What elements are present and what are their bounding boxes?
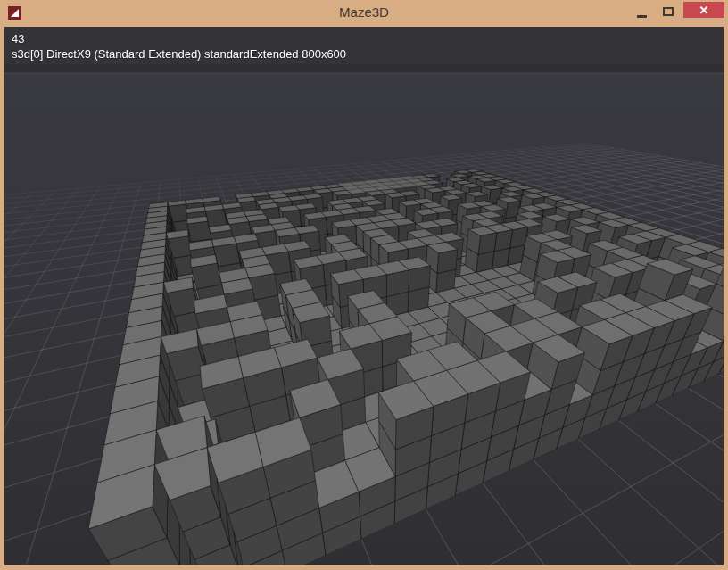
window-title: Maze3D (0, 4, 728, 20)
maximize-button[interactable] (653, 0, 683, 23)
debug-overlay: 43 s3d[0] DirectX9 (Standard Extended) s… (12, 31, 346, 62)
frame-counter: 43 (12, 31, 346, 46)
render-viewport[interactable]: 43 s3d[0] DirectX9 (Standard Extended) s… (4, 27, 724, 565)
close-button[interactable]: ✕ (683, 2, 724, 18)
minimize-icon (637, 15, 647, 18)
renderer-info: s3d[0] DirectX9 (Standard Extended) stan… (12, 46, 346, 62)
maze-3d-canvas[interactable] (4, 27, 724, 565)
maximize-icon (663, 7, 674, 16)
minimize-button[interactable] (626, 0, 657, 23)
app-window: Maze3D ✕ 43 s3d[0] DirectX9 (Standard Ex… (0, 0, 728, 570)
close-icon: ✕ (699, 4, 709, 16)
titlebar[interactable]: Maze3D ✕ (0, 0, 728, 27)
